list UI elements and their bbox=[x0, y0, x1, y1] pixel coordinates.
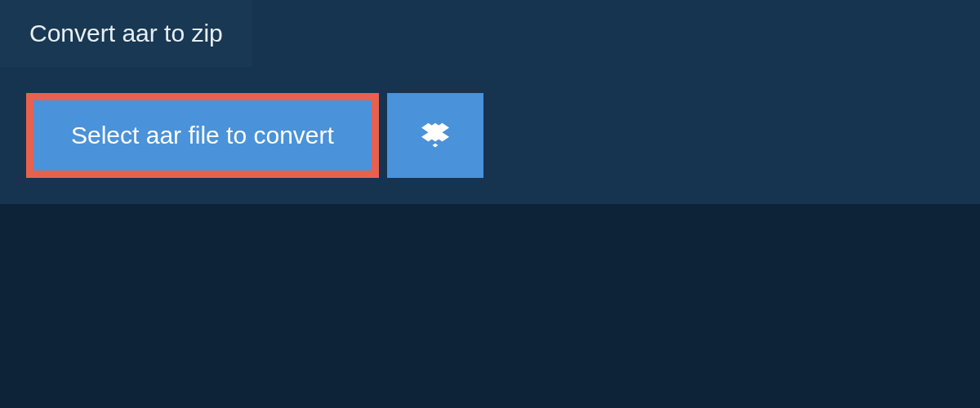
converter-panel: Convert aar to zip Select aar file to co… bbox=[0, 0, 980, 204]
converter-tab[interactable]: Convert aar to zip bbox=[0, 0, 252, 67]
select-button-label: Select aar file to convert bbox=[71, 122, 334, 149]
dropbox-icon bbox=[421, 121, 449, 151]
button-row: Select aar file to convert bbox=[0, 67, 980, 178]
select-button-highlight: Select aar file to convert bbox=[26, 93, 379, 178]
tab-title: Convert aar to zip bbox=[29, 20, 223, 47]
dropbox-button[interactable] bbox=[387, 93, 483, 178]
select-file-button[interactable]: Select aar file to convert bbox=[33, 100, 372, 171]
